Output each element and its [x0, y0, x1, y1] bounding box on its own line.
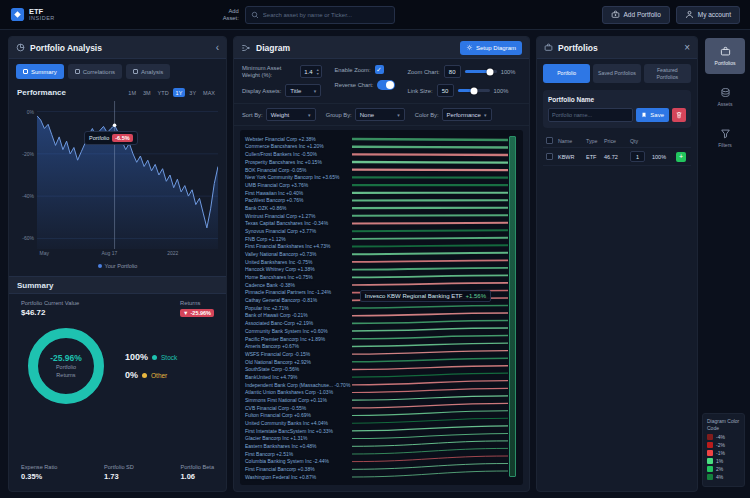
sankey-link[interactable] [352, 336, 508, 339]
diagram-asset-label[interactable]: Atlantic Union Bankshares Corp -1.03% [244, 389, 334, 396]
sankey-link[interactable] [352, 449, 508, 455]
diagram-asset-label[interactable]: WSFS Financial Corp -0.15% [244, 351, 311, 358]
sankey-link[interactable] [352, 396, 508, 400]
sankey-link[interactable] [352, 471, 508, 477]
diagram-asset-label[interactable]: Pacific Premier Bancorp Inc +1.89% [244, 336, 326, 343]
app-logo[interactable]: ETF INSIDER [10, 7, 55, 22]
sankey-link[interactable] [352, 139, 508, 140]
sankey-link[interactable] [352, 464, 508, 470]
sankey-link[interactable] [352, 426, 508, 431]
range-max[interactable]: MAX [200, 88, 218, 97]
diagram-asset-label[interactable]: Popular Inc +2.71% [244, 305, 290, 312]
portfolio-name-input[interactable] [548, 108, 633, 122]
sankey-link[interactable] [352, 328, 508, 331]
sankey-link[interactable] [352, 343, 508, 346]
display-assets-select[interactable]: Title▾ [285, 84, 321, 97]
diagram-asset-label[interactable]: Ameris Bancorp +0.67% [244, 343, 300, 350]
range-1y[interactable]: 1Y [173, 88, 186, 97]
zoom-chart-slider[interactable] [465, 70, 497, 73]
diagram-asset-label[interactable]: Fulton Financial Corp +0.69% [244, 412, 312, 419]
diagram-asset-label[interactable]: Synovus Financial Corp +3.77% [244, 228, 317, 235]
sankey-link[interactable] [352, 155, 508, 156]
diagram-asset-label[interactable]: Valley National Bancorp +0.73% [244, 251, 317, 258]
min-weight-input[interactable]: ▲▼ [300, 65, 322, 78]
diagram-asset-label[interactable]: BankUnited Inc +4.79% [244, 374, 298, 381]
link-size-slider[interactable] [458, 89, 490, 92]
qty-input[interactable] [630, 151, 645, 162]
analysis-tab-summary[interactable]: Summary [16, 64, 64, 79]
reverse-chart-toggle[interactable] [377, 80, 395, 90]
diagram-asset-label[interactable]: United Community Banks Inc +4.04% [244, 420, 329, 427]
diagram-asset-label[interactable]: Bank OZK +0.86% [244, 205, 288, 212]
diagram-asset-label[interactable]: Wintrust Financial Corp +1.27% [244, 213, 316, 220]
zoom-chart-input[interactable] [444, 65, 461, 78]
analysis-tab-analysis[interactable]: Analysis [126, 64, 170, 79]
diagram-asset-label[interactable]: UMB Financial Corp +3.76% [244, 182, 309, 189]
diagram-asset-label[interactable]: Webster Financial Corp +2.38% [244, 136, 317, 143]
diagram-asset-label[interactable]: SouthState Corp -0.56% [244, 366, 300, 373]
sankey-link[interactable] [352, 381, 508, 385]
portfolios-tab-featured-portfolios[interactable]: Featured Portfolios [644, 64, 691, 83]
setup-diagram-button[interactable]: Setup Diagram [460, 41, 522, 55]
diagram-asset-label[interactable]: Columbia Banking System Inc -2.44% [244, 458, 330, 465]
sankey-link[interactable] [352, 162, 508, 163]
diagram-asset-label[interactable]: Eastern Bankshares Inc +0.48% [244, 443, 318, 450]
analysis-tab-correlations[interactable]: Correlations [68, 64, 122, 79]
color-by-select[interactable]: Performance▾ [442, 108, 492, 121]
sankey-link[interactable] [352, 238, 508, 239]
sankey-link[interactable] [352, 404, 508, 409]
diagram-asset-label[interactable]: First Interstate BancSystem Inc +0.33% [244, 428, 334, 435]
link-size-input[interactable] [437, 84, 454, 97]
diagram-asset-label[interactable]: Cullen/Frost Bankers Inc -0.50% [244, 151, 318, 158]
sankey-link[interactable] [352, 374, 508, 378]
diagram-asset-label[interactable]: Pinnacle Financial Partners Inc -1.24% [244, 289, 332, 296]
sankey-link[interactable] [352, 366, 508, 370]
range-3m[interactable]: 3M [140, 88, 154, 97]
diagram-asset-label[interactable]: BOK Financial Corp -0.05% [244, 167, 307, 174]
diagram-asset-label[interactable]: Old National Bancorp +2.92% [244, 359, 312, 366]
diagram-asset-label[interactable]: FNB Corp +1.12% [244, 236, 287, 243]
performance-plot[interactable]: Portfolio -6.5% [37, 101, 218, 249]
allocation-donut-chart[interactable]: -25.96% Portfolio Returns [23, 323, 109, 409]
diagram-asset-label[interactable]: Texas Capital Bancshares Inc -0.34% [244, 220, 329, 227]
my-account-button[interactable]: My account [676, 6, 740, 24]
sidebar-item-filters[interactable]: Filters [705, 120, 745, 156]
diagram-asset-label[interactable]: Simmons First National Corp +0.11% [244, 397, 328, 404]
diagram-asset-label[interactable]: Commerce Bancshares Inc +1.20% [244, 143, 325, 150]
sankey-link[interactable] [352, 223, 508, 224]
sankey-link[interactable] [352, 216, 508, 217]
range-ytd[interactable]: YTD [155, 88, 172, 97]
close-icon[interactable]: × [684, 43, 690, 53]
enable-zoom-checkbox[interactable]: ✓ [375, 65, 384, 74]
collapse-panel-icon[interactable]: ‹ [216, 43, 219, 53]
link-size-value[interactable] [438, 88, 453, 94]
asset-search-input[interactable] [263, 12, 389, 18]
sankey-link[interactable] [352, 276, 508, 278]
diagram-asset-label[interactable]: Independent Bank Corp (Massachuse... -0.… [244, 382, 351, 389]
diagram-asset-label[interactable]: Community Bank System Inc +0.60% [244, 328, 329, 335]
zoom-chart-value[interactable] [445, 69, 460, 75]
sankey-link[interactable] [352, 246, 508, 247]
select-all-checkbox[interactable] [546, 137, 553, 144]
sidebar-item-portfolios[interactable]: Portfolios [705, 38, 745, 74]
diagram-asset-label[interactable]: Washington Federal Inc +0.87% [244, 474, 317, 481]
diagram-asset-label[interactable]: First Hawaiian Inc +0.40% [244, 190, 304, 197]
spinner-icon[interactable]: ▲▼ [316, 68, 321, 76]
diagram-asset-label[interactable]: Prosperity Bancshares Inc +0.15% [244, 159, 323, 166]
row-checkbox[interactable] [546, 153, 553, 160]
diagram-asset-label[interactable]: Cadence Bank -0.38% [244, 282, 296, 289]
range-1m[interactable]: 1M [125, 88, 139, 97]
diagram-asset-label[interactable]: Associated Banc-Corp +2.19% [244, 320, 314, 327]
diagram-asset-label[interactable]: First Bancorp +2.51% [244, 451, 294, 458]
diagram-asset-label[interactable]: Home Bancshares Inc +0.75% [244, 274, 314, 281]
diagram-asset-label[interactable]: First Financial Bancorp +0.38% [244, 466, 316, 473]
sankey-link[interactable] [352, 456, 508, 462]
asset-search[interactable] [245, 6, 395, 24]
sort-by-select[interactable]: Weight▾ [266, 108, 316, 121]
sankey-link[interactable] [352, 306, 508, 309]
portfolios-tab-saved-portfolios[interactable]: Saved Portfolios [593, 64, 640, 83]
sankey-link[interactable] [352, 351, 508, 355]
row-add-button[interactable]: + [676, 152, 686, 162]
etf-target-label[interactable]: Invesco KBW Regional Banking ETF +1.56% [360, 290, 491, 302]
sidebar-item-assets[interactable]: Assets [705, 79, 745, 115]
